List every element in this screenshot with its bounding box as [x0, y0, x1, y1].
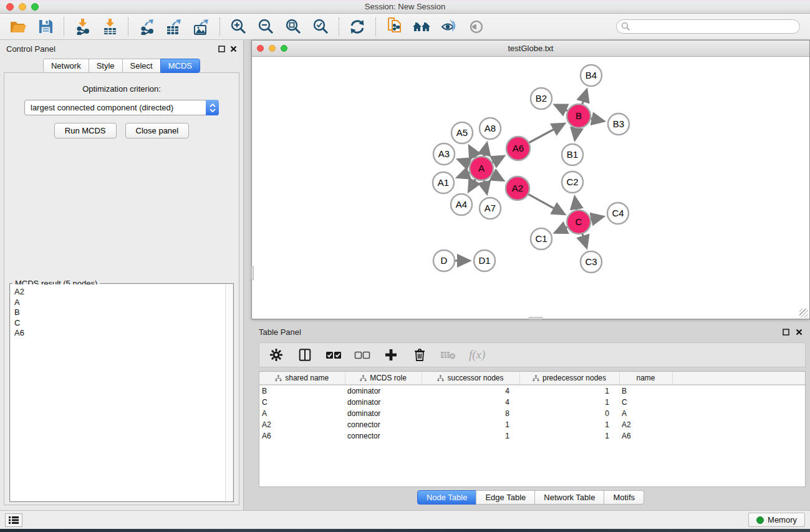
first-neighbors-button[interactable]: [411, 17, 432, 37]
result-item[interactable]: A: [14, 297, 233, 308]
deselect-all-button[interactable]: [354, 347, 370, 363]
task-history-button[interactable]: [5, 513, 22, 527]
table-cell[interactable]: dominator: [345, 385, 422, 397]
tab-network-table[interactable]: Network Table: [534, 490, 604, 505]
run-mcds-button[interactable]: Run MCDS: [54, 123, 117, 138]
table-cell[interactable]: C: [259, 397, 345, 408]
column-header[interactable]: MCDS role: [345, 372, 422, 385]
graph-edge-C-C3[interactable]: [582, 232, 586, 247]
graph-edge-C-C1[interactable]: [556, 226, 569, 233]
float-panel-icon[interactable]: [218, 46, 225, 52]
graph-edge-A-A6[interactable]: [491, 157, 503, 163]
table-cell[interactable]: connector: [345, 430, 422, 442]
graph-edge-B-B4[interactable]: [582, 90, 587, 106]
table-cell[interactable]: 8: [422, 408, 519, 419]
network-canvas[interactable]: B4B2BB3A8A5A6A3B1AA1C2A2A4A7C4CC1C3DD1: [252, 57, 809, 319]
graph-edge-A-A1[interactable]: [458, 172, 471, 177]
graph-edge-B-B2[interactable]: [556, 105, 569, 112]
tab-mcds[interactable]: MCDS: [160, 59, 200, 73]
float-panel-icon[interactable]: [783, 329, 789, 336]
tab-motifs[interactable]: Motifs: [604, 490, 644, 505]
network-graph[interactable]: B4B2BB3A8A5A6A3B1AA1C2A2A4A7C4CC1C3DD1: [252, 57, 809, 319]
column-header[interactable]: name: [619, 372, 672, 385]
table-cell[interactable]: A2: [619, 419, 672, 430]
memory-button[interactable]: Memory: [748, 513, 805, 527]
delete-column-button[interactable]: [412, 347, 428, 363]
export-network-button[interactable]: [136, 17, 157, 37]
graph-edge-A-A8[interactable]: [484, 143, 487, 158]
tab-edge-table[interactable]: Edge Table: [476, 490, 535, 505]
zoom-selected-button[interactable]: [310, 17, 331, 37]
import-network-button[interactable]: [72, 17, 93, 37]
graph-edge-A-A5[interactable]: [470, 147, 476, 159]
column-header[interactable]: shared name: [259, 372, 345, 385]
zoom-fit-button[interactable]: [282, 17, 304, 37]
table-cell[interactable]: A6: [259, 430, 345, 442]
result-item[interactable]: B: [14, 307, 233, 318]
tab-style[interactable]: Style: [89, 59, 123, 73]
table-cell[interactable]: 1: [519, 385, 619, 397]
delete-table-button[interactable]: [440, 347, 456, 363]
open-session-button[interactable]: [7, 17, 29, 37]
table-row[interactable]: A6connector11A6: [259, 430, 805, 442]
table-cell[interactable]: 0: [519, 408, 619, 419]
criterion-dropdown[interactable]: largest connected component (directed): [24, 100, 219, 115]
toggle-panel-button[interactable]: [297, 347, 313, 363]
mcds-result-list[interactable]: A2ABCA6: [11, 284, 233, 501]
table-cell[interactable]: B: [259, 385, 345, 397]
graph-edge-C-C2[interactable]: [575, 198, 577, 212]
tab-network[interactable]: Network: [43, 59, 89, 73]
graph-edge-A2-C[interactable]: [527, 193, 564, 214]
table-cell[interactable]: 1: [422, 430, 519, 442]
window-resize-grip[interactable]: [799, 309, 808, 317]
table-cell[interactable]: A: [619, 408, 672, 419]
hide-selected-button[interactable]: [438, 17, 460, 37]
close-panel-button[interactable]: Close panel: [125, 123, 190, 138]
table-cell[interactable]: 1: [519, 419, 619, 430]
result-item[interactable]: A6: [14, 328, 233, 339]
table-cell[interactable]: A6: [619, 430, 672, 442]
result-item[interactable]: A2: [14, 287, 233, 297]
zoom-out-button[interactable]: [255, 17, 276, 37]
table-cell[interactable]: B: [619, 385, 672, 397]
graph-edge-A-A2[interactable]: [491, 173, 503, 180]
bottom-splitter-handle[interactable]: [529, 317, 542, 319]
table-cell[interactable]: dominator: [345, 397, 422, 408]
graph-edge-B-B3[interactable]: [589, 118, 604, 121]
function-builder-button[interactable]: f(x): [469, 348, 485, 362]
left-splitter-handle[interactable]: [251, 266, 254, 280]
table-cell[interactable]: A2: [259, 419, 345, 430]
import-table-button[interactable]: [99, 17, 120, 37]
table-row[interactable]: Bdominator41B: [259, 385, 805, 397]
search-input[interactable]: [616, 19, 800, 34]
close-panel-icon[interactable]: [796, 329, 803, 336]
column-header[interactable]: predecessor nodes: [519, 372, 619, 385]
tab-node-table[interactable]: Node Table: [417, 490, 477, 505]
column-header[interactable]: successor nodes: [422, 372, 519, 385]
table-cell[interactable]: 1: [422, 419, 519, 430]
graph-edge-A6-B[interactable]: [528, 124, 564, 143]
graph-edge-A-A3[interactable]: [458, 160, 471, 165]
network-window-titlebar[interactable]: testGlobe.txt: [252, 41, 809, 57]
table-row[interactable]: A2connector11A2: [259, 419, 805, 430]
refresh-button[interactable]: [347, 17, 368, 37]
show-all-button[interactable]: [466, 17, 487, 37]
graph-edge-C-C4[interactable]: [589, 216, 603, 220]
table-cell[interactable]: A: [259, 408, 345, 419]
graph-edge-A-A7[interactable]: [484, 179, 487, 193]
close-panel-icon[interactable]: [230, 46, 237, 52]
table-cell[interactable]: dominator: [345, 408, 422, 419]
export-image-button[interactable]: [191, 17, 212, 37]
select-all-button[interactable]: [325, 347, 342, 363]
result-list-scrollbar[interactable]: [225, 284, 233, 501]
new-network-from-selection-button[interactable]: [383, 17, 405, 37]
table-row[interactable]: Adominator80A: [259, 408, 805, 419]
add-column-button[interactable]: [383, 347, 399, 363]
table-cell[interactable]: connector: [345, 419, 422, 430]
tab-select[interactable]: Select: [122, 59, 161, 73]
table-row[interactable]: Cdominator41C: [259, 397, 805, 408]
table-cell[interactable]: 1: [519, 430, 619, 442]
table-cell[interactable]: C: [619, 397, 672, 408]
table-cell[interactable]: 4: [422, 397, 519, 408]
zoom-in-button[interactable]: [228, 17, 249, 37]
